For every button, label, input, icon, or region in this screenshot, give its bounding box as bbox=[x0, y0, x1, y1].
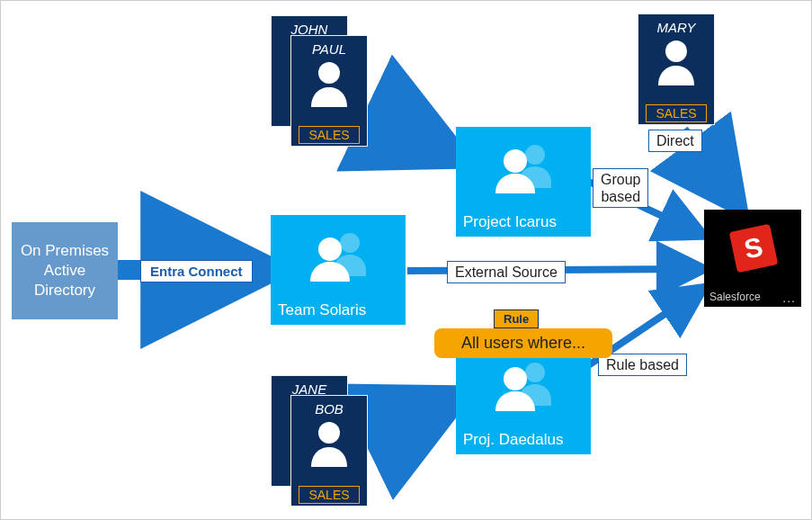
group-project-icarus: Project Icarus bbox=[456, 127, 591, 237]
flow-rule-label: Rule based bbox=[598, 354, 687, 376]
onprem-ad-box: On Premises Active Directory bbox=[12, 222, 118, 319]
salesforce-logo-icon: S bbox=[729, 224, 779, 273]
group-label: Team Solaris bbox=[278, 301, 398, 319]
group-team-solaris: Team Solaris bbox=[271, 215, 406, 325]
group-proj-daedalus: Proj. Daedalus bbox=[456, 345, 591, 454]
rule-tab: Rule bbox=[494, 309, 539, 328]
salesforce-logo-letter: S bbox=[742, 231, 766, 264]
svg-point-8 bbox=[318, 238, 342, 261]
svg-point-7 bbox=[340, 233, 360, 253]
user-dept: SALES bbox=[646, 104, 706, 122]
user-card-paul: PAUL SALES bbox=[290, 35, 368, 147]
group-label: Project Icarus bbox=[463, 213, 584, 231]
more-icon[interactable]: ... bbox=[782, 291, 796, 305]
user-avatar-icon bbox=[308, 60, 351, 107]
app-tile-salesforce[interactable]: S Salesforce ... bbox=[704, 210, 801, 307]
onprem-ad-label: On Premises Active Directory bbox=[21, 241, 109, 300]
flow-direct-label: Direct bbox=[648, 130, 702, 152]
user-name: PAUL bbox=[312, 41, 346, 57]
svg-point-11 bbox=[525, 363, 545, 382]
svg-point-9 bbox=[525, 145, 545, 165]
flow-external-label: External Source bbox=[447, 261, 566, 283]
user-dept: SALES bbox=[299, 126, 359, 144]
svg-line-2 bbox=[365, 397, 458, 442]
app-name-label: Salesforce bbox=[709, 291, 761, 303]
user-card-bob: BOB SALES bbox=[290, 395, 368, 507]
group-icon bbox=[492, 361, 558, 411]
flow-group-label: Group based bbox=[593, 168, 648, 208]
user-dept: SALES bbox=[299, 486, 359, 504]
user-card-mary: MARY SALES bbox=[638, 13, 715, 125]
rule-box: All users where... bbox=[434, 328, 612, 358]
svg-point-14 bbox=[318, 422, 340, 444]
svg-point-10 bbox=[504, 149, 527, 173]
group-label: Proj. Daedalus bbox=[463, 431, 584, 449]
group-icon bbox=[492, 143, 558, 193]
entra-connect-label: Entra Connect bbox=[140, 260, 253, 282]
user-avatar-icon bbox=[655, 39, 698, 85]
svg-line-1 bbox=[365, 113, 458, 157]
user-avatar-icon bbox=[308, 420, 351, 467]
svg-point-15 bbox=[665, 40, 687, 62]
user-name: MARY bbox=[657, 20, 696, 35]
user-name: BOB bbox=[315, 401, 344, 417]
svg-point-12 bbox=[504, 367, 527, 390]
group-icon bbox=[307, 231, 373, 282]
svg-point-13 bbox=[318, 62, 340, 84]
